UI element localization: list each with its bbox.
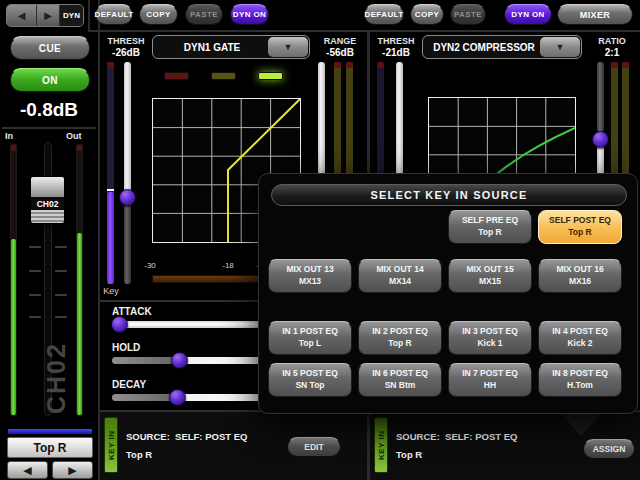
dyn1-thresh-slider-knob[interactable]	[119, 189, 136, 206]
tab-dyn[interactable]: DYN	[60, 5, 83, 26]
strip-divider	[2, 127, 96, 129]
gate-open-led	[258, 72, 283, 80]
channel-prev-button[interactable]: ◀	[7, 461, 48, 479]
keyin-source-self-pre-eq[interactable]: SELF PRE EQ Top R	[448, 210, 532, 244]
channel-next-button[interactable]: ▶	[52, 461, 93, 479]
dyn2-on-button[interactable]: DYN ON	[504, 4, 552, 25]
source-button-sublabel: MX14	[389, 276, 411, 288]
keyin-source-mix-out-14[interactable]: MIX OUT 14 MX14	[358, 259, 442, 293]
next-icon: ▶	[44, 10, 52, 21]
toolbar-divider	[88, 30, 640, 32]
channel-name-button[interactable]: Top R	[7, 437, 93, 458]
dyn1-thresh-slider-track-lower[interactable]	[124, 196, 131, 284]
keyin-source-in-4-post-eq[interactable]: IN 4 POST EQ Kick 2	[538, 321, 622, 355]
source-button-sublabel: Kick 2	[567, 338, 592, 350]
keyin-source-mix-out-16[interactable]: MIX OUT 16 MX16	[538, 259, 622, 293]
keyin-assign-button[interactable]: ASSIGN	[583, 439, 635, 459]
popup-title: SELECT KEY IN SOURCE	[271, 184, 627, 206]
dyn1-paste-button[interactable]: PASTE	[185, 4, 223, 25]
dyn2-gr-clip-led	[611, 62, 618, 68]
gate-hold-led	[211, 72, 236, 80]
dyn2-processor-select[interactable]: DYN2 COMPRESSOR ▼	[422, 35, 582, 59]
fader-tick	[55, 316, 67, 318]
next-channel-button[interactable]: ▶	[37, 5, 60, 26]
dyn2-ratio-slider-track-upper[interactable]	[597, 62, 604, 132]
fader-tick	[29, 316, 41, 318]
source-button-label: IN 2 POST EQ	[372, 326, 428, 338]
dyn1-thresh-value: -26dB	[102, 47, 150, 58]
dyn1-key-meter-fill	[107, 192, 114, 284]
in-level-meter	[10, 144, 17, 416]
dyn1-keyin-channel: Top R	[126, 449, 152, 460]
dyn1-on-button[interactable]: DYN ON	[230, 4, 269, 25]
fader-tick	[55, 294, 67, 296]
keyin-source-mix-out-13[interactable]: MIX OUT 13 MX13	[268, 259, 352, 293]
dyn2-ratio-label: RATIO	[588, 36, 636, 46]
on-button[interactable]: ON	[10, 68, 90, 92]
channel-nav-group: ◀ ▶ DYN	[6, 4, 84, 27]
source-button-sublabel: Kick 1	[477, 338, 502, 350]
dyn1-range-label: RANGE	[314, 36, 366, 46]
in-clip-led	[11, 145, 16, 151]
keyin-source-in-5-post-eq[interactable]: IN 5 POST EQ SN Top	[268, 363, 352, 397]
source-button-sublabel: Top L	[299, 338, 322, 350]
source-button-label: IN 7 POST EQ	[462, 368, 518, 380]
dyn1-keyin-tab: KEY IN	[104, 417, 118, 473]
source-button-label: IN 8 POST EQ	[552, 368, 608, 380]
dyn2-default-button[interactable]: DEFAULT	[364, 4, 404, 25]
chevron-down-icon[interactable]: ▼	[268, 37, 308, 57]
cue-button[interactable]: CUE	[10, 36, 90, 60]
fader-cap-grip	[31, 210, 64, 224]
fader-tick	[29, 294, 41, 296]
source-button-label: SELF PRE EQ	[462, 215, 518, 227]
source-button-label: IN 1 POST EQ	[282, 326, 338, 338]
dyn2-paste-button[interactable]: PASTE	[450, 4, 486, 25]
source-button-label: MIX OUT 13	[286, 264, 333, 276]
dyn2-key-clip-led	[377, 62, 384, 68]
source-button-label: IN 6 POST EQ	[372, 368, 428, 380]
dyn2-ratio-slider-knob[interactable]	[592, 131, 609, 148]
attack-slider-knob[interactable]	[111, 316, 128, 333]
source-button-sublabel: MX13	[299, 276, 321, 288]
source-button-label: MIX OUT 15	[466, 264, 513, 276]
source-button-label: IN 3 POST EQ	[462, 326, 518, 338]
dyn2-copy-button[interactable]: COPY	[410, 4, 444, 25]
keyin-source-in-7-post-eq[interactable]: IN 7 POST EQ HH	[448, 363, 532, 397]
dyn2-keyin-tab: KEY IN	[374, 417, 388, 473]
keyin-edit-button[interactable]: EDIT	[287, 437, 341, 457]
keyin-source-self-post-eq[interactable]: SELF POST EQ Top R	[538, 210, 622, 244]
hold-slider-knob[interactable]	[171, 352, 188, 369]
dyn1-processor-select[interactable]: DYN1 GATE ▼	[152, 35, 310, 59]
scale-tick: -30	[140, 261, 160, 270]
source-button-sublabel: SN Top	[295, 380, 324, 392]
fader-cap-label: CH02	[31, 197, 64, 210]
keyin-source-in-8-post-eq[interactable]: IN 8 POST EQ H.Tom	[538, 363, 622, 397]
source-button-label: IN 5 POST EQ	[282, 368, 338, 380]
fader-tick	[29, 246, 41, 248]
source-button-sublabel: SN Btm	[385, 380, 416, 392]
dyn1-key-clip-led	[107, 62, 114, 68]
fader-level-readout: -0.8dB	[0, 99, 98, 123]
keyin-source-in-1-post-eq[interactable]: IN 1 POST EQ Top L	[268, 321, 352, 355]
keyin-source-mix-out-15[interactable]: MIX OUT 15 MX15	[448, 259, 532, 293]
nav-toolbar-divider	[88, 0, 90, 30]
chevron-down-icon[interactable]: ▼	[540, 37, 580, 57]
fader-cap[interactable]: CH02	[30, 176, 65, 224]
dyn1-thresh-slider-track-upper[interactable]	[124, 62, 131, 198]
fader-cap-top	[31, 177, 64, 197]
keyin-source-in-2-post-eq[interactable]: IN 2 POST EQ Top R	[358, 321, 442, 355]
in-meter-label: In	[5, 131, 13, 141]
source-button-sublabel: Top R	[478, 227, 501, 239]
source-button-sublabel: Top R	[568, 227, 591, 239]
prev-channel-button[interactable]: ◀	[7, 5, 37, 26]
mixer-button[interactable]: MIXER	[557, 4, 633, 25]
keyin-source-in-6-post-eq[interactable]: IN 6 POST EQ SN Btm	[358, 363, 442, 397]
popup-callout-pointer	[560, 412, 602, 436]
source-button-sublabel: H.Tom	[567, 380, 593, 392]
dyn1-default-button[interactable]: DEFAULT	[95, 4, 133, 25]
out-clip-led	[77, 145, 82, 151]
channel-color-stripe	[7, 428, 93, 435]
keyin-source-in-3-post-eq[interactable]: IN 3 POST EQ Kick 1	[448, 321, 532, 355]
dyn1-copy-button[interactable]: COPY	[139, 4, 178, 25]
decay-slider-knob[interactable]	[169, 389, 186, 406]
